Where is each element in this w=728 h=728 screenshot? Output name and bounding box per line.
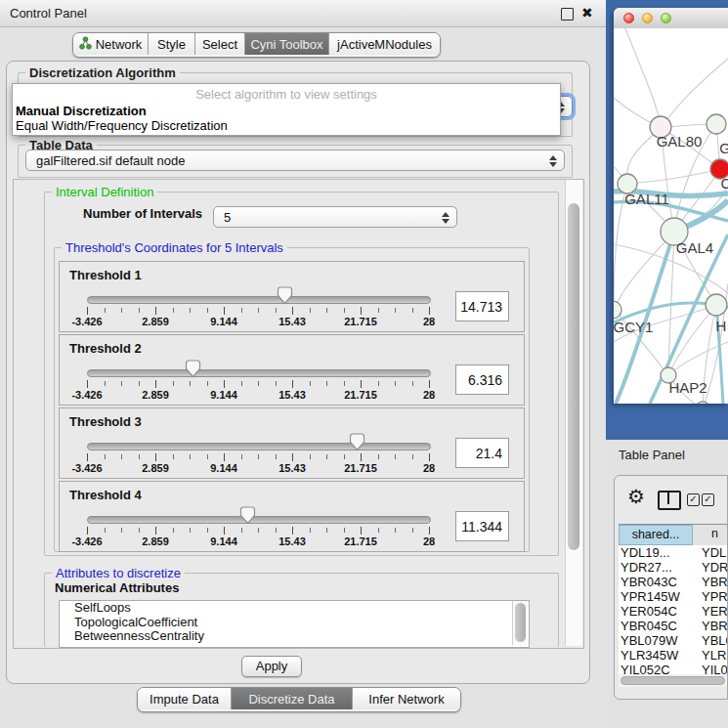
slider-tick — [292, 380, 293, 388]
table-column-header-name[interactable]: n — [693, 525, 728, 545]
slider-tick — [155, 307, 156, 315]
table-row[interactable]: YDL19...YDL1 — [619, 545, 728, 560]
attributes-list-scrollbar-thumb[interactable] — [515, 603, 526, 642]
algorithm-option-equal-width[interactable]: Equal Width/Frequency Discretization — [16, 118, 228, 133]
slider-tick — [326, 528, 327, 533]
slider-tick-label: 9.144 — [199, 316, 248, 327]
split-columns-icon[interactable] — [658, 491, 681, 510]
slider-tick — [258, 528, 259, 533]
slider-tick — [173, 454, 174, 459]
slider-tick — [326, 381, 327, 386]
threshold-value-input[interactable]: 6.316 — [455, 364, 509, 395]
checkbox-icon[interactable]: ✓ — [702, 493, 714, 506]
tab-cyni-toolbox[interactable]: Cyni Toolbox — [245, 33, 329, 55]
table-cell-shared-name: YIL052C — [621, 663, 670, 674]
network-view-window: GAL80GCGAL11GAL4GCY1HHAP2 — [614, 8, 728, 404]
attributes-list-scrollbar[interactable] — [512, 601, 528, 645]
slider-tick — [207, 454, 208, 459]
algorithm-placeholder-option[interactable]: Select algorithm to view settings — [13, 87, 560, 102]
threshold-value-input[interactable]: 21.4 — [455, 438, 509, 468]
tab-style[interactable]: Style — [149, 33, 195, 55]
table-cell-name: YIL0 — [702, 663, 728, 674]
tab-discretize-data[interactable]: Discretize Data — [232, 688, 353, 709]
slider-track[interactable] — [87, 369, 431, 377]
control-panel-title: Control Panel — [10, 0, 87, 26]
tab-jactivemnodules[interactable]: jActiveMNodules — [329, 33, 440, 55]
table-body[interactable]: YDL19...YDL1YDR27...YDR2YBR043CYBR0YPR14… — [619, 545, 728, 674]
table-cell-name: YLR3 — [702, 648, 728, 663]
close-traffic-light-icon[interactable] — [623, 13, 634, 23]
gear-icon[interactable]: ⚙ — [627, 487, 645, 506]
slider-track[interactable] — [87, 516, 431, 524]
zoom-traffic-light-icon[interactable] — [661, 13, 671, 23]
slider-tick — [139, 454, 140, 459]
checkbox-icon[interactable]: ✓ — [687, 493, 700, 506]
tab-network[interactable]: Network — [73, 33, 149, 55]
slider-thumb[interactable] — [185, 360, 201, 378]
list-item[interactable]: TopologicalCoefficient — [60, 616, 529, 630]
table-data-combobox[interactable]: galFiltered.sif default node — [25, 150, 565, 171]
network-node[interactable] — [614, 301, 621, 319]
slider-thumb[interactable] — [239, 506, 256, 525]
tab-label: Select — [202, 37, 237, 52]
slider-tick — [105, 381, 106, 386]
table-row[interactable]: YBL079WYBL0 — [619, 633, 728, 648]
network-window-titlebar[interactable] — [614, 8, 728, 29]
network-node[interactable] — [707, 114, 726, 134]
slider-tick — [378, 528, 379, 533]
table-data-value: galFiltered.sif default node — [36, 153, 185, 168]
table-row[interactable]: YBR045CYBR0 — [619, 619, 728, 633]
network-node-label: H — [716, 318, 727, 334]
network-node-label: G — [719, 140, 728, 156]
horizontal-scrollbar-thumb[interactable] — [621, 676, 725, 685]
horizontal-scrollbar[interactable] — [619, 674, 728, 687]
network-node[interactable] — [706, 294, 727, 316]
slider-tick — [258, 454, 259, 459]
table-row[interactable]: YPR145WYPR1 — [619, 589, 728, 604]
table-column-header-shared[interactable]: shared... — [619, 525, 693, 545]
table-cell-name: YBR0 — [702, 619, 728, 633]
network-node[interactable] — [695, 402, 710, 404]
table-row[interactable]: YER054CYER0 — [619, 604, 728, 619]
list-item[interactable]: SelfLoops — [60, 601, 529, 616]
vertical-scrollbar-thumb[interactable] — [568, 203, 579, 550]
slider-thumb[interactable] — [349, 433, 365, 451]
slider-tick — [224, 527, 225, 535]
numerical-attributes-list[interactable]: SelfLoopsTopologicalCoefficientBetweenne… — [59, 600, 530, 648]
tab-label: Impute Data — [150, 692, 219, 707]
tab-impute-data[interactable]: Impute Data — [138, 688, 232, 709]
slider-tick — [241, 454, 242, 459]
number-of-intervals-combobox[interactable]: 5 — [213, 206, 457, 228]
table-row[interactable]: YBR043CYBR0 — [619, 575, 728, 589]
slider-tick — [241, 308, 242, 313]
slider-thumb[interactable] — [277, 286, 293, 305]
float-icon[interactable] — [561, 8, 574, 21]
algorithm-option-manual[interactable]: Manual Discretization — [16, 104, 147, 118]
slider-tick — [224, 453, 225, 461]
vertical-scrollbar[interactable] — [565, 180, 582, 646]
slider-tick — [121, 308, 122, 313]
table-cell-shared-name: YLR345W — [621, 648, 678, 663]
table-row[interactable]: YLR345WYLR3 — [619, 648, 728, 663]
slider-tick — [121, 528, 122, 533]
slider-tick-label: 28 — [405, 389, 453, 401]
tab-select[interactable]: Select — [195, 33, 245, 55]
network-icon — [79, 36, 92, 53]
tab-infer-network[interactable]: Infer Network — [353, 688, 460, 709]
apply-button[interactable]: Apply — [241, 656, 302, 677]
network-canvas[interactable]: GAL80GCGAL11GAL4GCY1HHAP2 — [614, 28, 728, 404]
close-icon[interactable]: ✖ — [581, 5, 593, 21]
slider-track[interactable] — [87, 296, 431, 304]
slider-track[interactable] — [87, 443, 431, 450]
threshold-value-input[interactable]: 14.713 — [455, 291, 509, 321]
list-item[interactable]: BetweennessCentrality — [60, 629, 529, 644]
slider-tick — [155, 453, 156, 461]
table-row[interactable]: YIL052CYIL0 — [619, 663, 728, 674]
slider-tick-label: 28 — [405, 535, 453, 547]
table-row[interactable]: YDR27...YDR2 — [619, 560, 728, 575]
network-edge — [614, 232, 674, 310]
threshold-value-input[interactable]: 11.344 — [455, 511, 509, 541]
minimize-traffic-light-icon[interactable] — [642, 13, 653, 23]
slider-tick — [378, 454, 379, 459]
table-cell-name: YBL0 — [702, 633, 728, 648]
